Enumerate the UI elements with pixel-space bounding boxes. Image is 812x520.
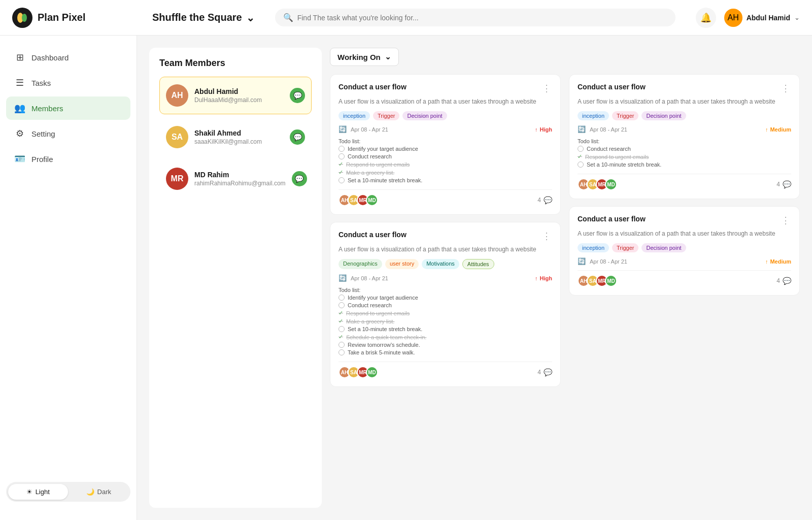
task-card: Conduct a user flow ⋮ A user flow is a v… [569, 206, 800, 296]
todo-item: Take a brisk 5-minute walk. [339, 349, 552, 355]
task-menu-button[interactable]: ⋮ [541, 231, 552, 242]
comment-count: 4 [537, 369, 541, 376]
todo-dot-icon [578, 161, 584, 168]
member-name: MD Rahim [194, 171, 286, 179]
notification-button[interactable]: 🔔 [696, 8, 716, 28]
sidebar-item-members[interactable]: 👥 Members [6, 96, 130, 120]
task-date: Apr 08 - Apr 21 [351, 126, 388, 133]
check-icon: ✓ [578, 153, 582, 160]
sidebar-item-profile[interactable]: 🪪 Profile [6, 147, 130, 171]
profile-icon: 🪪 [14, 153, 25, 165]
task-tag: Denographics [339, 259, 382, 269]
todo-text: Respond to urgent emails [585, 154, 649, 160]
sidebar-label-profile: Profile [31, 155, 53, 164]
todo-text: Set a 10-minute stretch break. [348, 177, 422, 183]
todo-item: Set a 10-minute stretch break. [339, 326, 552, 332]
task-card: Conduct a user flow ⋮ A user flow is a v… [569, 74, 800, 199]
check-icon: ✓ [339, 310, 343, 316]
todo-dot-icon [339, 146, 345, 152]
member-info: Shakil Ahmed saaaKilKilKil@gmail.com [194, 129, 284, 145]
chat-button[interactable]: 💬 [290, 88, 305, 103]
member-card[interactable]: SA Shakil Ahmed saaaKilKilKil@gmail.com … [159, 118, 312, 156]
task-date: Apr 08 - Apr 21 [590, 258, 627, 265]
main-layout: ⊞ Dashboard ☰ Tasks 👥 Members ⚙ Setting … [0, 36, 812, 520]
todo-list: Todo list: Identify your target audience… [339, 287, 552, 355]
task-tag: inception [578, 243, 609, 252]
todo-item: Set a 10-minute stretch break. [578, 161, 791, 168]
task-tag: inception [339, 111, 370, 120]
task-card-header: Conduct a user flow ⋮ [578, 83, 791, 94]
todo-label: Todo list: [578, 138, 791, 144]
sidebar-bottom: ☀ Light 🌙 Dark [0, 474, 137, 510]
working-on-dropdown[interactable]: Working On ⌄ [330, 48, 399, 66]
sidebar-item-dashboard[interactable]: ⊞ Dashboard [6, 46, 130, 69]
todo-text: Conduct research [587, 146, 631, 152]
theme-light-button[interactable]: ☀ Light [8, 484, 68, 500]
task-tag: inception [578, 111, 609, 120]
search-icon: 🔍 [283, 13, 293, 22]
member-email: DulHaaaMid@gmail.com [194, 96, 284, 104]
check-icon: ✓ [339, 334, 343, 340]
recycle-icon: 🔄 [578, 257, 586, 265]
chat-button[interactable]: 💬 [292, 171, 307, 186]
todo-dot-icon [339, 349, 345, 355]
theme-dark-button[interactable]: 🌙 Dark [69, 484, 129, 500]
task-tag: user story [385, 259, 419, 269]
task-date: Apr 08 - Apr 21 [351, 275, 388, 281]
avatar: MD [366, 194, 378, 206]
todo-text: Review tomorrow's schedule. [348, 342, 420, 348]
task-avatars: AH SA MR MD [339, 366, 375, 378]
task-footer: AH SA MR MD 4 💬 [339, 362, 552, 378]
search-input[interactable] [297, 14, 667, 22]
task-date: Apr 08 - Apr 21 [590, 126, 627, 133]
todo-item: ✓ Respond to urgent emails [339, 310, 552, 316]
member-info: MD Rahim rahimRahimaRohimu@gmail.com [194, 171, 286, 187]
recycle-icon: 🔄 [339, 274, 347, 282]
sidebar-item-tasks[interactable]: ☰ Tasks [6, 71, 130, 94]
task-menu-button[interactable]: ⋮ [541, 83, 552, 94]
member-name: Shakil Ahmed [194, 129, 284, 137]
project-name: Shuffle the Square [152, 12, 242, 23]
task-menu-button[interactable]: ⋮ [780, 215, 791, 226]
task-tag: Trigger [373, 111, 399, 120]
user-menu[interactable]: AH Abdul Hamid ⌄ [724, 9, 800, 27]
task-comment: 4 💬 [776, 277, 791, 285]
dashboard-icon: ⊞ [14, 52, 25, 63]
task-comment: 4 💬 [537, 196, 552, 204]
todo-list: Todo list: Conduct research ✓ Respond to… [578, 138, 791, 168]
member-card[interactable]: MR MD Rahim rahimRahimaRohimu@gmail.com … [159, 160, 312, 198]
todo-dot-icon [339, 302, 345, 308]
todo-dot-icon [339, 177, 345, 183]
avatar: AH [166, 84, 188, 107]
sidebar-label-tasks: Tasks [31, 79, 51, 87]
member-card[interactable]: AH Abdul Hamid DulHaaaMid@gmail.com 💬 [159, 77, 312, 114]
recycle-icon: 🔄 [578, 125, 586, 133]
todo-dot-icon [339, 295, 345, 301]
todo-item: Identify your target audience [339, 146, 552, 152]
theme-toggle: ☀ Light 🌙 Dark [6, 482, 130, 502]
task-menu-button[interactable]: ⋮ [780, 83, 791, 94]
avatar: MR [166, 168, 188, 190]
task-desc: A user flow is a visualization of a path… [339, 97, 552, 106]
task-footer: AH SA MR MD 4 💬 [578, 174, 791, 190]
task-desc: A user flow is a visualization of a path… [578, 229, 791, 238]
chat-button[interactable]: 💬 [290, 129, 305, 145]
task-card-header: Conduct a user flow ⋮ [339, 83, 552, 94]
task-col-2: Conduct a user flow ⋮ A user flow is a v… [569, 74, 800, 508]
task-tag: Decision point [641, 243, 686, 252]
member-email: saaaKilKilKil@gmail.com [194, 138, 284, 145]
project-selector[interactable]: Shuffle the Square ⌄ [152, 12, 255, 24]
todo-dot-icon [578, 146, 584, 152]
todo-text: Make a grocery list. [346, 318, 394, 324]
task-avatars: AH SA MR MD [339, 194, 375, 206]
todo-text: Schedule a quick team check-in. [346, 334, 426, 340]
team-panel-title: Team Members [159, 58, 312, 69]
comment-count: 4 [537, 197, 541, 204]
task-columns: Conduct a user flow ⋮ A user flow is a v… [330, 74, 800, 508]
task-title: Conduct a user flow [339, 83, 541, 91]
todo-label: Todo list: [339, 138, 552, 144]
todo-item: Conduct research [578, 146, 791, 152]
sidebar-item-setting[interactable]: ⚙ Setting [6, 122, 130, 145]
todo-dot-icon [339, 153, 345, 159]
members-icon: 👥 [14, 103, 25, 114]
